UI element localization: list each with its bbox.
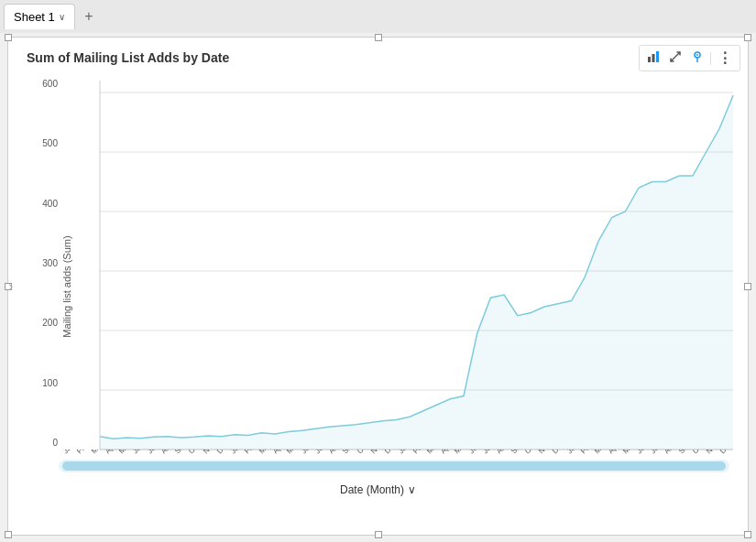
resize-handle-mr[interactable] — [744, 283, 751, 290]
toolbar-pin-icon[interactable] — [688, 49, 707, 67]
svg-rect-1 — [652, 54, 655, 62]
resize-handle-bc[interactable] — [375, 531, 382, 538]
toolbar-expand-icon[interactable] — [666, 49, 685, 67]
x-tick-label: Jan 2015 — [397, 450, 412, 455]
x-tick-label: Oct 2013 — [187, 450, 203, 455]
y-grid-labels: 0 100 200 300 400 500 600 — [23, 79, 58, 448]
svg-rect-0 — [648, 57, 651, 62]
x-axis-ticks-container: Jan 2013Feb 2013Mar 2013Apr 2013May 2013… — [61, 450, 733, 504]
x-tick-label: Nov 2016 — [705, 450, 720, 455]
y-label-100: 100 — [23, 378, 58, 388]
svg-rect-2 — [656, 51, 659, 62]
x-tick-label: Jul 2015 — [481, 450, 497, 455]
line-chart-svg — [61, 79, 733, 448]
x-tick-label: Feb 2013 — [75, 450, 91, 455]
resize-handle-tr[interactable] — [744, 34, 751, 41]
x-tick-label: Aug 2016 — [663, 450, 678, 455]
y-label-0: 0 — [23, 438, 58, 448]
x-tick-label: Jul 2013 — [146, 450, 161, 455]
x-tick-label: Mar 2014 — [257, 450, 273, 455]
resize-handle-tl[interactable] — [5, 34, 12, 41]
y-label-600: 600 — [23, 79, 58, 89]
x-tick-label: Sep 2016 — [677, 450, 693, 455]
x-tick-label: Oct 2014 — [356, 450, 371, 455]
y-label-300: 300 — [23, 258, 58, 268]
x-tick-label: Sep 2014 — [341, 450, 356, 455]
x-tick-label: Mar 2015 — [425, 450, 441, 455]
chart-plot-area: 0 100 200 300 400 500 600 Jan 2013Feb 20… — [61, 79, 733, 448]
resize-handle-tc[interactable] — [375, 34, 382, 41]
x-tick-label: Nov 2015 — [537, 450, 553, 455]
resize-handle-bl[interactable] — [5, 531, 12, 538]
x-tick-label: May 2015 — [453, 450, 468, 455]
chart-title: Sum of Mailing List Adds by Date — [27, 50, 229, 65]
chart-container: Sum of Mailing List Adds by Date — [7, 37, 749, 536]
x-tick-label: Jun 2013 — [131, 450, 147, 455]
x-tick-label: Apr 2015 — [439, 450, 455, 455]
resize-handle-br[interactable] — [744, 531, 751, 538]
scrollbar-thumb[interactable] — [62, 461, 726, 471]
x-tick-label: Aug 2014 — [327, 450, 343, 455]
svg-point-6 — [696, 54, 698, 56]
x-tick-label: Oct 2015 — [523, 450, 539, 455]
x-axis-label[interactable]: Date (Month) ∨ — [340, 483, 416, 496]
x-tick-label: Jun 2016 — [635, 450, 651, 455]
x-tick-label: May 2014 — [285, 450, 301, 455]
tab-add-button[interactable]: + — [79, 6, 99, 27]
tab-chevron-icon[interactable]: ∨ — [59, 12, 65, 22]
x-tick-label: Mar 2016 — [593, 450, 608, 455]
tab-bar: Sheet 1 ∨ + — [0, 0, 756, 33]
x-tick-label: Feb 2016 — [579, 450, 595, 455]
x-tick-label: Jan 2016 — [565, 450, 581, 455]
x-tick-label: Sep 2013 — [173, 450, 189, 455]
x-tick-label: Oct 2016 — [691, 450, 707, 455]
x-axis-chevron-icon: ∨ — [408, 483, 416, 496]
x-tick-label: Jul 2016 — [649, 450, 664, 455]
x-tick-label: Dec 2016 — [718, 450, 733, 455]
x-tick-label: Jun 2015 — [467, 450, 483, 455]
x-tick-label: Dec 2014 — [383, 450, 399, 455]
scrollbar-track[interactable] — [59, 460, 729, 472]
x-tick-label: Dec 2013 — [215, 450, 231, 455]
y-label-500: 500 — [23, 138, 58, 148]
x-tick-label: Nov 2014 — [369, 450, 385, 455]
tab-sheet1[interactable]: Sheet 1 ∨ — [4, 4, 75, 29]
sidebar-arrow[interactable]: › — [8, 278, 13, 295]
x-tick-label: May 2013 — [117, 450, 133, 455]
toolbar-more-icon[interactable]: ⋮ — [715, 49, 735, 68]
x-tick-label: Feb 2014 — [243, 450, 258, 455]
x-tick-label: Apr 2016 — [607, 450, 622, 455]
x-tick-label: Mar 2013 — [90, 450, 105, 455]
x-tick-label: Jan 2014 — [229, 450, 245, 455]
x-tick-label: Apr 2013 — [104, 450, 119, 455]
toolbar-divider — [710, 52, 711, 65]
tab-label: Sheet 1 — [14, 10, 55, 24]
x-tick-label: Aug 2013 — [159, 450, 175, 455]
x-tick-label: Sep 2015 — [509, 450, 525, 455]
x-tick-label: Jun 2014 — [300, 450, 315, 455]
x-tick-label: Aug 2015 — [495, 450, 510, 455]
y-label-400: 400 — [23, 199, 58, 209]
x-tick-label: Nov 2013 — [202, 450, 217, 455]
x-tick-label: Feb 2015 — [411, 450, 427, 455]
y-label-200: 200 — [23, 318, 58, 328]
x-tick-label: Jul 2014 — [313, 450, 329, 455]
chart-toolbar: ⋮ — [639, 45, 740, 71]
svg-marker-15 — [100, 95, 733, 450]
x-tick-label: May 2016 — [621, 450, 637, 455]
x-tick-label: Jan 2013 — [61, 450, 77, 455]
toolbar-bar-icon[interactable] — [644, 49, 663, 67]
x-tick-label: Dec 2015 — [551, 450, 566, 455]
x-tick-label: Apr 2014 — [271, 450, 287, 455]
